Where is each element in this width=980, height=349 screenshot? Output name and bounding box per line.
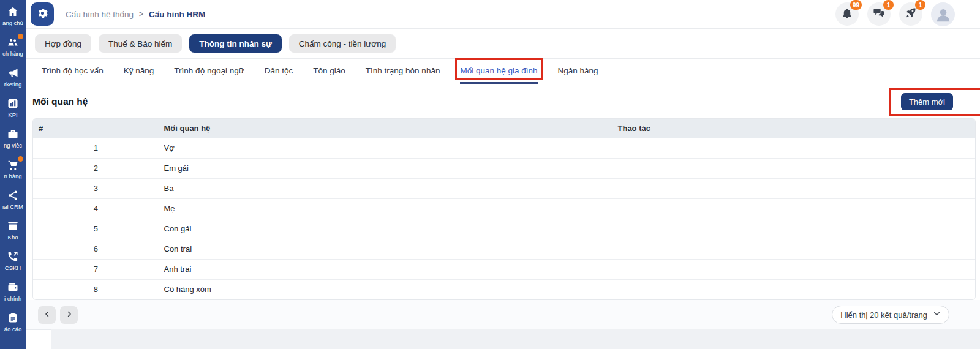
- row-actions: [611, 138, 975, 158]
- row-relation: Cô hàng xóm: [159, 279, 611, 299]
- updates-badge: 1: [915, 0, 925, 10]
- tab-hop-dong[interactable]: Hợp đồng: [35, 34, 91, 53]
- sidebar-item-label: ng việc: [4, 142, 22, 149]
- sidebar-item-label: KPI: [8, 111, 17, 118]
- breadcrumb-parent[interactable]: Cấu hình hệ thống: [66, 10, 134, 19]
- cart-icon: [6, 158, 20, 171]
- personnel-info-subtabs: Trình độ học vấn Kỹ năng Trình độ ngoại …: [26, 59, 980, 84]
- kpi-icon: [6, 97, 20, 110]
- row-index: 7: [33, 259, 159, 279]
- row-actions: [611, 279, 975, 299]
- subtab-tinh-trang-hon-nhan[interactable]: Tình trạng hôn nhân: [366, 59, 440, 84]
- sidebar-item-label: áo cáo: [4, 326, 22, 332]
- hrm-config-screen: ang chủ ch hàng rketing KPI ng việc n hà…: [0, 0, 980, 349]
- sidebar-item-home[interactable]: ang chủ: [0, 0, 26, 31]
- phone-icon: [6, 250, 20, 263]
- page-size-select[interactable]: Hiển thị 20 kết quả/trang: [832, 306, 949, 324]
- chat-icon: [873, 7, 885, 21]
- pagination-bar: Hiển thị 20 kết quả/trang: [26, 300, 980, 330]
- sidebar-item-label: ial CRM: [2, 203, 23, 210]
- table-row: 3 Ba: [33, 178, 975, 198]
- page-background: [51, 329, 980, 349]
- subtab-ton-giao[interactable]: Tôn giáo: [313, 59, 345, 84]
- row-actions: [611, 259, 975, 279]
- row-index: 8: [33, 279, 159, 299]
- row-actions: [611, 198, 975, 219]
- relationships-table: # Mối quan hệ Thao tác 1 Vợ 2 Em gái: [32, 118, 976, 300]
- sidebar-item-reports[interactable]: áo cáo: [0, 306, 26, 337]
- table-row: 8 Cô hàng xóm: [33, 279, 975, 299]
- notification-dot: [18, 34, 23, 39]
- sidebar-item-kpi[interactable]: KPI: [0, 92, 26, 122]
- subtab-trinh-do-hoc-van[interactable]: Trình độ học vấn: [42, 59, 104, 84]
- row-index: 6: [33, 239, 159, 259]
- sidebar-item-sales[interactable]: n hàng: [0, 153, 26, 184]
- row-index: 2: [33, 158, 159, 178]
- sidebar-item-tasks[interactable]: ng việc: [0, 122, 26, 153]
- table-row: 1 Vợ: [33, 138, 975, 158]
- sidebar-item-warehouse[interactable]: Kho: [0, 214, 26, 245]
- subtab-moi-quan-he-gia-dinh[interactable]: Mối quan hệ gia đình: [460, 59, 537, 84]
- gear-icon: [36, 7, 49, 22]
- tab-thong-tin-nhan-su[interactable]: Thông tin nhân sự: [189, 34, 282, 53]
- row-actions: [611, 219, 975, 239]
- messages-button[interactable]: 1: [867, 2, 891, 26]
- sidebar-item-social-crm[interactable]: ial CRM: [0, 184, 26, 214]
- top-bar: Cấu hình hệ thống > Cấu hình HRM 99 1 1: [26, 0, 980, 29]
- column-header-actions: Thao tác: [611, 119, 975, 138]
- table-row: 6 Con trai: [33, 239, 975, 259]
- row-relation: Con gái: [159, 219, 611, 239]
- subtab-trinh-do-ngoai-ngu[interactable]: Trình độ ngoại ngữ: [174, 59, 244, 84]
- breadcrumb: Cấu hình hệ thống > Cấu hình HRM: [66, 10, 205, 19]
- subtab-dan-toc[interactable]: Dân tộc: [265, 59, 293, 84]
- add-new-button[interactable]: Thêm mới: [901, 93, 953, 110]
- subtab-label: Mối quan hệ gia đình: [460, 66, 537, 75]
- row-index: 3: [33, 178, 159, 198]
- sidebar-item-label: i chính: [4, 295, 21, 302]
- notifications-button[interactable]: 99: [835, 2, 859, 26]
- megaphone-icon: [6, 66, 20, 80]
- warehouse-icon: [6, 219, 20, 233]
- sidebar-item-label: ch hàng: [2, 50, 23, 57]
- row-relation: Ba: [159, 178, 611, 198]
- chevron-down-icon: [933, 310, 941, 320]
- subtab-ngan-hang[interactable]: Ngân hàng: [558, 59, 598, 84]
- updates-button[interactable]: 1: [899, 2, 922, 26]
- subtab-ky-nang[interactable]: Kỹ năng: [124, 59, 154, 84]
- breadcrumb-separator: >: [139, 10, 143, 18]
- row-relation: Vợ: [159, 138, 611, 158]
- table-row: 4 Mẹ: [33, 198, 975, 219]
- prev-page-button[interactable]: [38, 306, 56, 324]
- table-row: 7 Anh trai: [33, 259, 975, 279]
- report-icon: [6, 311, 20, 325]
- tab-thue-bao-hiem[interactable]: Thuế & Bảo hiểm: [99, 34, 182, 53]
- finance-icon: [6, 280, 20, 294]
- bell-icon: [841, 7, 853, 21]
- customers-icon: [6, 36, 20, 49]
- settings-button[interactable]: [31, 2, 54, 26]
- table-header-row: # Mối quan hệ Thao tác: [33, 119, 975, 138]
- section-header: Mối quan hệ Thêm mới: [26, 84, 980, 118]
- breadcrumb-current[interactable]: Cấu hình HRM: [149, 10, 205, 19]
- sidebar-item-label: Kho: [8, 234, 18, 241]
- briefcase-icon: [6, 127, 20, 141]
- sidebar-item-customers[interactable]: ch hàng: [0, 31, 26, 61]
- sidebar-item-label: CSKH: [5, 265, 21, 271]
- row-relation: Mẹ: [159, 198, 611, 219]
- chevron-left-icon: [43, 310, 51, 320]
- notifications-badge: 99: [850, 0, 862, 10]
- next-page-button[interactable]: [60, 306, 78, 324]
- tab-cham-cong-tien-luong[interactable]: Chấm công - tiền lương: [289, 34, 396, 53]
- column-header-index: #: [33, 119, 159, 138]
- share-icon: [6, 189, 20, 202]
- avatar[interactable]: [931, 2, 955, 26]
- chevron-right-icon: [65, 310, 74, 320]
- sidebar-item-cskh[interactable]: CSKH: [0, 245, 26, 276]
- messages-badge: 1: [883, 0, 894, 10]
- row-index: 4: [33, 198, 159, 219]
- sidebar-item-marketing[interactable]: rketing: [0, 61, 26, 92]
- sidebar-item-finance[interactable]: i chính: [0, 276, 26, 306]
- row-actions: [611, 239, 975, 259]
- row-index: 1: [33, 138, 159, 158]
- table-row: 5 Con gái: [33, 219, 975, 239]
